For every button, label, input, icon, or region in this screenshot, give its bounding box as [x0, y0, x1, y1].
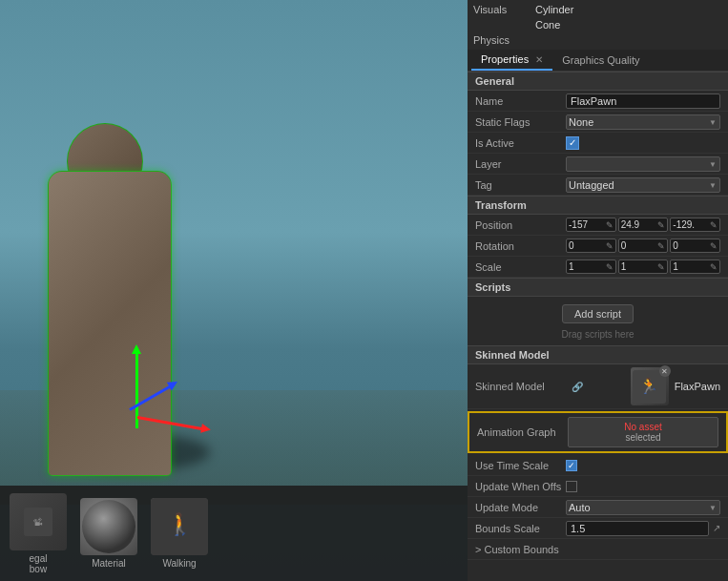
- layer-select[interactable]: [566, 156, 720, 172]
- pos-z-field[interactable]: ✎: [670, 218, 720, 232]
- rot-y-input[interactable]: [621, 240, 656, 251]
- layer-row: Layer: [468, 154, 728, 175]
- thumb-material[interactable]: Material: [75, 498, 142, 569]
- section-skinned-model: Skinned Model: [468, 345, 728, 364]
- pos-y-input[interactable]: [621, 219, 656, 230]
- tab-close-properties[interactable]: ✕: [535, 54, 543, 65]
- rotation-label: Rotation: [475, 240, 566, 252]
- static-flags-row: Static Flags None: [468, 112, 728, 133]
- scale-y-input[interactable]: [621, 261, 656, 272]
- model-link-icon: 🔗: [572, 382, 583, 392]
- pos-x-field[interactable]: ✎: [566, 218, 616, 232]
- tag-label: Tag: [475, 179, 566, 191]
- add-script-button[interactable]: Add script: [562, 304, 634, 323]
- animation-graph-label: Animation Graph: [477, 426, 568, 438]
- update-mode-select[interactable]: Auto: [566, 500, 720, 515]
- animation-graph-asset[interactable]: No asset selected: [568, 417, 718, 447]
- use-time-scale-checkbox[interactable]: ✓: [566, 460, 577, 471]
- rot-x-edit-icon[interactable]: ✎: [606, 241, 614, 251]
- tab-properties[interactable]: Properties ✕: [471, 50, 552, 71]
- static-flags-select-wrapper[interactable]: None: [566, 114, 720, 130]
- no-asset-sub: selected: [574, 432, 712, 443]
- update-when-offs-label: Update When Offs: [475, 481, 566, 492]
- thumb-material-label: Material: [92, 558, 126, 569]
- rot-z-edit-icon[interactable]: ✎: [710, 241, 718, 251]
- scale-row: Scale ✎ ✎ ✎: [468, 257, 728, 278]
- scale-fields: ✎ ✎ ✎: [566, 259, 720, 274]
- thumb-animation-img: 📽: [10, 493, 67, 550]
- scale-x-field[interactable]: ✎: [566, 259, 616, 274]
- scale-z-field[interactable]: ✎: [670, 259, 720, 274]
- model-thumb-close-icon[interactable]: ✕: [659, 365, 671, 377]
- skinned-model-asset-row: Skinned Model 🔗 🏃 ✕ FlaxPawn: [468, 364, 728, 409]
- thumb-walking[interactable]: 🚶 Walking: [146, 498, 213, 569]
- drag-scripts-hint: Drag scripts here: [475, 327, 720, 342]
- update-mode-row: Update Mode Auto: [468, 497, 728, 518]
- update-mode-select-wrapper[interactable]: Auto: [566, 500, 720, 515]
- pos-z-edit-icon[interactable]: ✎: [710, 220, 718, 230]
- scale-y-field[interactable]: ✎: [618, 259, 669, 274]
- thumb-walking-label: Walking: [162, 558, 196, 569]
- static-flags-select[interactable]: None: [566, 114, 720, 130]
- thumb-animation[interactable]: 📽 egalbow: [5, 493, 72, 574]
- pos-x-edit-icon[interactable]: ✎: [606, 220, 614, 230]
- rot-z-field[interactable]: ✎: [670, 239, 720, 253]
- update-mode-label: Update Mode: [475, 502, 566, 513]
- custom-bounds-row[interactable]: > Custom Bounds: [468, 539, 728, 560]
- pos-y-edit-icon[interactable]: ✎: [657, 220, 665, 230]
- section-scripts: Scripts: [468, 278, 728, 297]
- svg-text:🏃: 🏃: [639, 377, 658, 395]
- model-thumbnail[interactable]: 🏃 ✕: [631, 367, 669, 405]
- rot-x-input[interactable]: [569, 240, 604, 251]
- rotation-fields: ✎ ✎ ✎: [566, 239, 720, 253]
- rot-y-field[interactable]: ✎: [618, 239, 669, 253]
- visuals-value-1: Cylinder: [535, 4, 573, 15]
- physics-label: Physics: [473, 34, 535, 46]
- name-value[interactable]: [566, 93, 720, 109]
- rotation-row: Rotation ✎ ✎ ✎: [468, 236, 728, 257]
- name-input[interactable]: [566, 93, 720, 109]
- visuals-value-2: Cone: [535, 19, 560, 31]
- layer-select-wrapper[interactable]: [566, 156, 720, 172]
- visuals-cone-row: Cone: [473, 17, 722, 32]
- scale-x-edit-icon[interactable]: ✎: [606, 262, 614, 272]
- scale-z-input[interactable]: [673, 261, 708, 272]
- custom-bounds-label: > Custom Bounds: [475, 544, 566, 555]
- use-time-scale-label: Use Time Scale: [475, 460, 566, 471]
- tag-select-wrapper[interactable]: Untagged: [566, 177, 720, 193]
- position-fields: ✎ ✎ ✎: [566, 218, 720, 232]
- tag-select[interactable]: Untagged: [566, 177, 720, 193]
- physics-row: Physics: [473, 32, 722, 48]
- rot-z-input[interactable]: [673, 240, 708, 251]
- is-active-row: Is Active ✓: [468, 133, 728, 154]
- scale-y-edit-icon[interactable]: ✎: [657, 262, 665, 272]
- character-model: [19, 152, 210, 476]
- static-flags-label: Static Flags: [475, 116, 566, 128]
- character-body: [48, 171, 172, 476]
- pos-y-field[interactable]: ✎: [618, 218, 669, 232]
- scale-label: Scale: [475, 261, 566, 273]
- thumb-animation-label: egalbow: [30, 553, 48, 574]
- is-active-checkbox[interactable]: ✓: [566, 136, 579, 150]
- pos-z-input[interactable]: [673, 219, 708, 230]
- tab-graphics-quality[interactable]: Graphics Quality: [552, 51, 649, 70]
- scale-z-edit-icon[interactable]: ✎: [710, 262, 718, 272]
- update-when-offs-checkbox[interactable]: [566, 481, 577, 492]
- bounds-scale-edit-icon[interactable]: ↗: [713, 523, 720, 533]
- layer-label: Layer: [475, 158, 566, 170]
- svg-text:📽: 📽: [33, 517, 43, 528]
- scale-x-input[interactable]: [569, 261, 604, 272]
- position-label: Position: [475, 219, 566, 231]
- bounds-scale-label: Bounds Scale: [475, 523, 566, 534]
- animation-graph-row: Animation Graph No asset selected: [468, 411, 728, 453]
- bounds-scale-input[interactable]: [566, 521, 709, 536]
- viewport: 📽 egalbow Material 🚶 Walking: [0, 0, 468, 581]
- rot-y-edit-icon[interactable]: ✎: [657, 241, 665, 251]
- pos-x-input[interactable]: [569, 219, 604, 230]
- no-asset-label: No asset: [574, 422, 712, 432]
- right-panel: Visuals Cylinder Cone Physics Properties…: [468, 0, 728, 581]
- rot-x-field[interactable]: ✎: [566, 239, 616, 253]
- svg-text:🚶: 🚶: [167, 511, 194, 537]
- name-row: Name: [468, 91, 728, 112]
- top-dropdowns: Visuals Cylinder Cone Physics: [468, 0, 728, 50]
